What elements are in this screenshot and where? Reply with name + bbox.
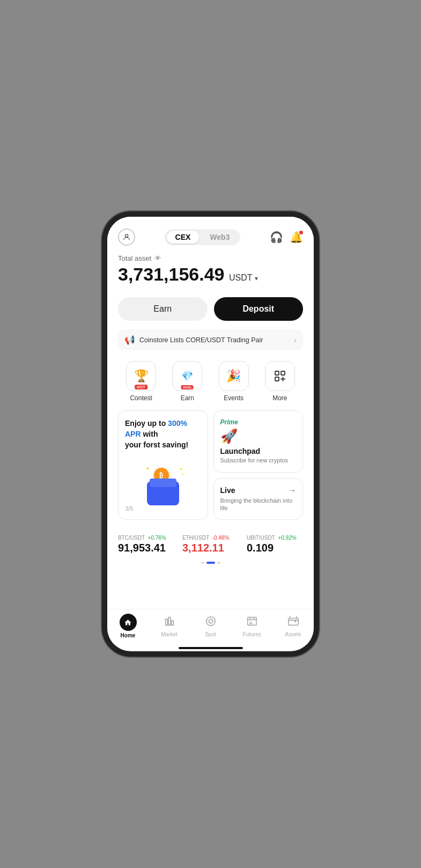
wallet-illustration: ✦ ✦ ✦ ₿	[125, 468, 201, 505]
home-indicator	[179, 647, 243, 649]
web3-tab[interactable]: Web3	[201, 231, 238, 244]
currency-dropdown[interactable]: ▾	[255, 275, 258, 282]
wallet-graphic: ✦ ✦ ✦ ₿	[144, 468, 182, 505]
quick-item-more[interactable]: More	[265, 361, 295, 402]
visibility-icon[interactable]: 👁	[154, 254, 161, 262]
nav-assets[interactable]: Assets	[272, 615, 314, 637]
more-icon-box	[265, 361, 295, 391]
action-buttons: Earn Deposit	[107, 291, 314, 327]
svg-point-4	[206, 616, 215, 626]
more-label: More	[272, 394, 287, 402]
contest-hot-badge: HOT	[135, 385, 147, 389]
app-content: CEX Web3 🎧 🔔 Total asset 👁 3,731,156.49 …	[107, 224, 314, 609]
support-icon[interactable]: 🎧	[270, 231, 283, 244]
live-card[interactable]: Live → Bringing the blockchain into life	[213, 478, 304, 520]
nav-futures[interactable]: Futures	[231, 615, 272, 637]
nav-market[interactable]: Market	[149, 615, 190, 637]
announcement-text: Coinstore Lists CORE/USDT Trading Pair	[139, 336, 263, 344]
btc-price: 91,953.41	[118, 542, 172, 554]
notification-icon[interactable]: 🔔	[290, 231, 303, 244]
btc-pct: +0.76%	[148, 535, 166, 541]
savings-card-text: Enjoy up to 300% APR withyour forst savi…	[125, 418, 201, 450]
contest-icon: 🏆	[134, 369, 149, 383]
eth-pct: -0.48%	[212, 535, 230, 541]
dot-2-active	[206, 562, 215, 564]
slide-indicator: 3/5	[125, 505, 201, 512]
exchange-toggle: CEX Web3	[165, 229, 241, 245]
live-arrow: →	[289, 486, 296, 495]
cards-section: Enjoy up to 300% APR withyour forst savi…	[118, 410, 303, 520]
nav-home[interactable]: Home	[107, 614, 149, 638]
phone-frame: CEX Web3 🎧 🔔 Total asset 👁 3,731,156.49 …	[107, 217, 314, 651]
nav-spot[interactable]: Spot	[190, 615, 231, 637]
launchpad-title: Launchpad	[220, 447, 297, 455]
sparkle-2: ✦	[179, 467, 183, 472]
ticker-dots	[107, 558, 314, 568]
cex-tab[interactable]: CEX	[167, 231, 200, 244]
ticker-btc[interactable]: BTC/USDT +0.76% 91,953.41	[118, 535, 172, 554]
quick-item-contest[interactable]: 🏆 HOT Contest	[126, 361, 156, 402]
market-label: Market	[161, 631, 178, 637]
futures-icon	[246, 615, 258, 630]
contest-label: Contest	[130, 394, 152, 402]
events-icon: 🎉	[226, 369, 241, 383]
launchpad-card[interactable]: Prime 🚀 Launchpad Subscribe for new cryp…	[213, 410, 304, 472]
assets-label: Assets	[285, 631, 301, 637]
market-ticker: BTC/USDT +0.76% 91,953.41 ETH/USDT -0.48…	[107, 528, 314, 558]
notification-dot	[299, 231, 303, 234]
contest-icon-box: 🏆 HOT	[126, 361, 156, 391]
total-asset-text: Total asset	[118, 254, 151, 262]
announcement-chevron: ›	[294, 336, 297, 344]
events-icon-box: 🎉	[219, 361, 249, 391]
savings-title: Enjoy up to 300% APR withyour forst savi…	[125, 418, 201, 450]
deposit-button[interactable]: Deposit	[214, 297, 304, 321]
ubit-pct: +0.92%	[278, 535, 296, 541]
savings-card[interactable]: Enjoy up to 300% APR withyour forst savi…	[118, 410, 208, 520]
sparkle-3: ✦	[181, 472, 184, 476]
svg-rect-1	[275, 371, 279, 375]
eth-price: 3,112.11	[182, 542, 236, 554]
profile-icon[interactable]	[118, 229, 135, 246]
status-bar	[107, 217, 314, 224]
live-title: Live	[220, 486, 235, 495]
quick-item-earn[interactable]: 💎 HODL Earn	[172, 361, 202, 402]
more-grid-icon	[274, 370, 286, 382]
spot-icon	[205, 615, 217, 630]
total-asset-label: Total asset 👁	[118, 254, 303, 262]
spot-label: Spot	[205, 631, 216, 637]
earn-button[interactable]: Earn	[118, 297, 208, 321]
events-label: Events	[224, 394, 243, 402]
dot-3	[217, 562, 220, 564]
svg-point-0	[125, 234, 128, 237]
wallet-flap	[150, 479, 176, 487]
megaphone-icon: 📢	[124, 335, 135, 345]
announcement-banner[interactable]: 📢 Coinstore Lists CORE/USDT Trading Pair…	[118, 329, 303, 350]
launchpad-icon: 🚀	[220, 428, 297, 445]
asset-section: Total asset 👁 3,731,156.49 USDT ▾	[107, 250, 314, 291]
header-icons: 🎧 🔔	[270, 231, 303, 244]
ticker-ubit[interactable]: UBIT/USDT +0.92% 0.109	[247, 535, 300, 554]
savings-line1: Enjoy up to	[125, 419, 168, 428]
quick-item-events[interactable]: 🎉 Events	[219, 361, 249, 402]
live-sub: Bringing the blockchain into life	[220, 497, 297, 512]
earn-label: Earn	[181, 394, 194, 402]
savings-card-bottom: ✦ ✦ ✦ ₿ 3/5	[125, 464, 201, 512]
eth-pair: ETH/USDT -0.48%	[182, 535, 236, 541]
live-header: Live →	[220, 486, 297, 495]
market-icon	[164, 615, 175, 630]
app-header: CEX Web3 🎧 🔔	[107, 224, 314, 250]
earn-icon: 💎	[181, 370, 193, 382]
asset-currency: USDT	[229, 273, 253, 282]
asset-amount: 3,731,156.49	[118, 264, 225, 284]
asset-amount-row: 3,731,156.49 USDT ▾	[118, 264, 303, 284]
assets-icon	[287, 615, 299, 630]
ubit-pair: UBIT/USDT +0.92%	[247, 535, 300, 541]
prime-label: Prime	[220, 418, 297, 426]
quick-icons-row: 🏆 HOT Contest 💎 HODL Earn 🎉 Events	[107, 357, 314, 410]
futures-label: Futures	[243, 631, 261, 637]
home-label: Home	[121, 632, 136, 638]
ticker-eth[interactable]: ETH/USDT -0.48% 3,112.11	[182, 535, 236, 554]
svg-rect-7	[288, 618, 298, 625]
launchpad-sub: Subscribe for new cryptos	[220, 457, 297, 464]
earn-hodl-badge: HODL	[181, 385, 194, 389]
